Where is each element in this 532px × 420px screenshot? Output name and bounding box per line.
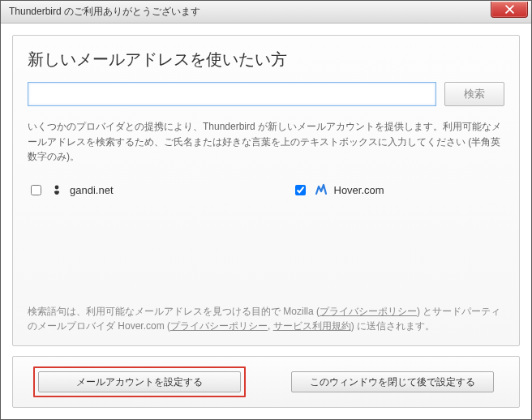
close-button[interactable]	[491, 2, 528, 18]
panel-heading: 新しいメールアドレスを使いたい方	[28, 49, 504, 71]
hover-icon	[315, 183, 328, 196]
window-title: Thunderbird のご利用ありがとうございます	[9, 5, 200, 19]
content-area: 新しいメールアドレスを使いたい方 検索 いくつかのプロバイダとの提携により、Th…	[1, 24, 531, 419]
search-button[interactable]: 検索	[444, 82, 504, 106]
svg-point-0	[55, 186, 59, 190]
provider-label-hover: Hover.com	[334, 184, 384, 196]
titlebar: Thunderbird のご利用ありがとうございます	[1, 1, 531, 24]
search-input[interactable]	[28, 82, 436, 106]
description-text: いくつかのプロバイダとの提携により、Thunderbird が新しいメールアカウ…	[28, 119, 504, 165]
later-button-wrap: このウィンドウを閉じて後で設定する	[286, 366, 499, 397]
footnote-text: 検索語句は、利用可能なメールアドレスを見つける目的で Mozilla (プライバ…	[28, 301, 504, 334]
close-later-button[interactable]: このウィンドウを閉じて後で設定する	[291, 371, 494, 392]
provider-item-hover[interactable]: Hover.com	[292, 182, 384, 198]
provider-checkbox-gandi[interactable]	[31, 185, 41, 195]
spacer	[28, 206, 504, 301]
footnote-prefix: 検索語句は、利用可能なメールアドレスを見つける目的で Mozilla (	[28, 306, 320, 317]
provider-list: gandi.net Hover.com	[28, 182, 504, 198]
configure-account-button[interactable]: メールアカウントを設定する	[38, 371, 241, 392]
main-panel: 新しいメールアドレスを使いたい方 検索 いくつかのプロバイダとの提携により、Th…	[12, 35, 520, 346]
provider-checkbox-hover[interactable]	[295, 185, 306, 195]
tos-link-hover[interactable]: サービス利用規約	[273, 320, 351, 332]
close-icon	[505, 5, 514, 14]
search-row: 検索	[28, 82, 504, 106]
provider-item-gandi[interactable]: gandi.net	[28, 182, 114, 198]
configure-button-highlight: メールアカウントを設定する	[33, 366, 246, 397]
privacy-link-hover[interactable]: プライバシーポリシー	[170, 320, 268, 332]
privacy-link-mozilla[interactable]: プライバシーポリシー	[320, 306, 417, 317]
footnote-suffix: ) に送信されます。	[351, 320, 435, 332]
dialog-window: Thunderbird のご利用ありがとうございます 新しいメールアドレスを使い…	[0, 0, 532, 420]
gandi-icon	[50, 183, 63, 196]
footnote-mid2: ,	[268, 320, 273, 332]
button-row: メールアカウントを設定する このウィンドウを閉じて後で設定する	[12, 356, 520, 408]
provider-label-gandi: gandi.net	[70, 184, 114, 196]
